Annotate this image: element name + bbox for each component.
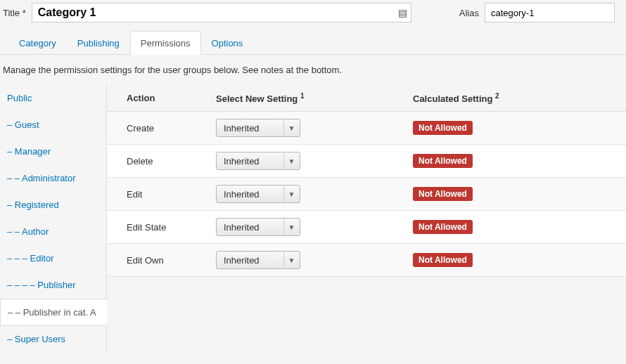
select-wrap: Inherited▼ — [216, 185, 300, 203]
tab-publishing[interactable]: Publishing — [67, 31, 130, 55]
permission-select[interactable]: Inherited — [216, 185, 300, 203]
permissions-panel: Public– Guest– Manager– – Administrator–… — [0, 85, 626, 353]
group-list: Public– Guest– Manager– – Administrator–… — [0, 85, 107, 353]
group-item[interactable]: – – Administrator — [0, 165, 106, 192]
group-item[interactable]: – – Author — [0, 219, 106, 245]
action-cell: Edit Own — [107, 255, 216, 266]
title-input-wrap: ▤ — [32, 3, 411, 22]
tab-permissions[interactable]: Permissions — [130, 31, 201, 55]
table-row: Edit OwnInherited▼Not Allowed — [107, 244, 626, 277]
calc-cell: Not Allowed — [413, 253, 626, 267]
select-cell: Inherited▼ — [216, 119, 413, 137]
permission-select[interactable]: Inherited — [216, 152, 300, 170]
action-cell: Delete — [107, 156, 216, 167]
title-input[interactable] — [32, 3, 411, 22]
select-wrap: Inherited▼ — [216, 152, 300, 170]
action-cell: Create — [107, 123, 216, 134]
group-item[interactable]: – Manager — [0, 138, 106, 165]
table-row: DeleteInherited▼Not Allowed — [107, 145, 626, 178]
alias-field-group: Alias — [459, 3, 615, 22]
select-wrap: Inherited▼ — [216, 119, 300, 137]
action-cell: Edit State — [107, 222, 216, 233]
select-cell: Inherited▼ — [216, 185, 413, 203]
table-row: EditInherited▼Not Allowed — [107, 178, 626, 211]
table-row: CreateInherited▼Not Allowed — [107, 112, 626, 145]
permissions-table: Action Select New Setting 1 Calculated S… — [107, 85, 626, 277]
col-calc-header: Calculated Setting 2 — [413, 92, 626, 104]
title-label: Title * — [3, 8, 26, 18]
status-badge: Not Allowed — [413, 220, 473, 234]
col-select-header: Select New Setting 1 — [216, 92, 413, 104]
tab-category[interactable]: Category — [8, 31, 67, 55]
status-badge: Not Allowed — [413, 187, 473, 201]
status-badge: Not Allowed — [413, 121, 473, 135]
group-item[interactable]: – Registered — [0, 192, 106, 219]
field-tag-icon: ▤ — [398, 7, 407, 18]
group-item[interactable]: – – – – Publisher — [0, 272, 106, 299]
tab-bar: CategoryPublishingPermissionsOptions — [0, 31, 626, 55]
select-wrap: Inherited▼ — [216, 218, 300, 236]
calc-cell: Not Allowed — [413, 154, 626, 168]
col-action-header: Action — [107, 93, 216, 103]
action-cell: Edit — [107, 189, 216, 200]
group-item[interactable]: – – – Editor — [0, 245, 106, 272]
tab-options[interactable]: Options — [201, 31, 254, 55]
status-badge: Not Allowed — [413, 154, 473, 168]
top-field-bar: Title * ▤ Alias — [0, 0, 626, 31]
group-item[interactable]: – Guest — [0, 112, 106, 138]
permission-select[interactable]: Inherited — [216, 218, 300, 236]
alias-label: Alias — [459, 8, 479, 18]
group-item[interactable]: Public — [0, 85, 106, 112]
select-cell: Inherited▼ — [216, 152, 413, 170]
help-text: Manage the permission settings for the u… — [0, 55, 626, 85]
permission-select[interactable]: Inherited — [216, 119, 300, 137]
title-field-group: Title * ▤ — [3, 3, 411, 22]
table-header: Action Select New Setting 1 Calculated S… — [107, 85, 626, 112]
group-item[interactable]: – Super Users — [0, 326, 106, 353]
select-wrap: Inherited▼ — [216, 251, 300, 269]
select-cell: Inherited▼ — [216, 218, 413, 236]
alias-input[interactable] — [485, 3, 615, 22]
permission-select[interactable]: Inherited — [216, 251, 300, 269]
status-badge: Not Allowed — [413, 253, 473, 267]
calc-cell: Not Allowed — [413, 220, 626, 234]
table-row: Edit StateInherited▼Not Allowed — [107, 211, 626, 244]
calc-cell: Not Allowed — [413, 187, 626, 201]
select-cell: Inherited▼ — [216, 251, 413, 269]
group-item[interactable]: – – Publisher in cat. A — [0, 299, 107, 326]
calc-cell: Not Allowed — [413, 121, 626, 135]
